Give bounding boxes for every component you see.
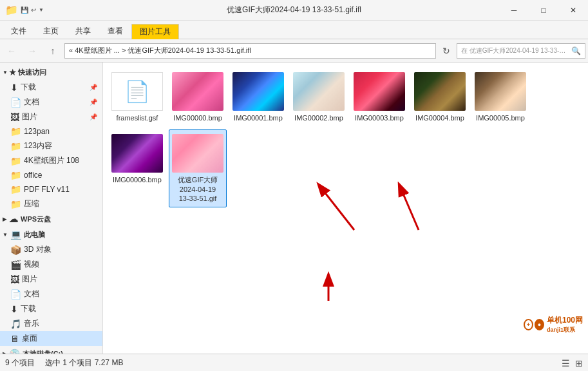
sidebar-section-pc[interactable]: ▼ 💻 此电脑 (0, 227, 102, 242)
status-bar: 9 个项目 选中 1 个项目 7.27 MB ☰ ⊞ (0, 354, 588, 371)
sidebar-item-label: PDF FLY v11 (24, 185, 70, 194)
file-item-gif-output[interactable]: 优速GIF大师2024-04-1913-33-51.gif (169, 129, 227, 207)
docs-icon: 📄 (10, 97, 21, 108)
circle-dot-icon: ● (535, 319, 544, 330)
pc-label: 此电脑 (24, 230, 45, 240)
file-name: IMG00002.bmp (294, 113, 343, 122)
tab-home[interactable]: 主页 (35, 23, 67, 39)
sidebar-item-label: 下载 (21, 303, 36, 314)
search-placeholder: 在 优速GIF大师2024-04-19 13-33-51.gif.ifl 中搜索 (461, 46, 569, 55)
sidebar-item-doc[interactable]: 📄 文档 (0, 287, 102, 301)
file-thumbnail (293, 72, 345, 111)
sidebar-item-music[interactable]: 🎵 音乐 (0, 316, 102, 331)
search-box[interactable]: 在 优速GIF大师2024-04-19 13-33-51.gif.ifl 中搜索… (457, 43, 585, 59)
pictures-icon: 🖼 (10, 112, 19, 122)
wps-cloud-icon: ☁ (9, 214, 18, 224)
status-right: ☰ ⊞ (562, 358, 583, 368)
file-name: IMG00004.bmp (415, 113, 464, 122)
file-item-img00005[interactable]: IMG00005.bmp (471, 68, 529, 127)
file-thumbnail (475, 72, 526, 111)
up-button[interactable]: ↑ (44, 42, 62, 60)
sidebar-item-label: 图片 (22, 111, 37, 122)
file-item-img00001[interactable]: IMG00001.bmp (229, 68, 287, 127)
sidebar-item-4k[interactable]: 📁 4K壁纸图片 108 (0, 153, 102, 168)
main-layout: ▼ ★ 快速访问 ⬇ 下载 📌 📄 文档 📌 🖼 图片 📌 📁 123pan 📁… (0, 62, 588, 354)
sidebar-section-wps[interactable]: ▶ ☁ WPS云盘 (0, 211, 102, 227)
music-icon: 🎵 (10, 319, 21, 329)
sidebar-item-123content[interactable]: 📁 123内容 (0, 138, 102, 153)
large-icons-view-button[interactable]: ⊞ (575, 358, 583, 368)
file-item-img00006[interactable]: IMG00006.bmp (108, 129, 166, 207)
close-button[interactable]: ✕ (558, 0, 588, 21)
file-item-img00000[interactable]: IMG00000.bmp (169, 68, 227, 127)
window-icon: 📁 (5, 4, 18, 16)
sidebar-item-label: 123pan (24, 127, 50, 136)
folder-icon: 📁 (10, 184, 21, 195)
file-name: frameslist.gsf (117, 113, 158, 122)
back-button[interactable]: ← (3, 42, 21, 60)
sidebar-item-office[interactable]: 📁 office (0, 168, 102, 182)
minimize-button[interactable]: ─ (499, 0, 529, 21)
sidebar-section-drive[interactable]: ▶ 💿 本地磁盘(C:) (0, 346, 102, 354)
file-name: IMG00006.bmp (113, 175, 162, 184)
maximize-button[interactable]: □ (529, 0, 558, 21)
download-icon: ⬇ (10, 82, 18, 93)
tab-share[interactable]: 共享 (67, 23, 99, 39)
sidebar-item-download[interactable]: ⬇ 下载 📌 (0, 80, 102, 95)
dropdown-icon[interactable]: ▼ (39, 7, 44, 13)
quick-access-label: ★ 快速访问 (9, 68, 46, 77)
sidebar-item-3d[interactable]: 📦 3D 对象 (0, 242, 102, 257)
tab-view[interactable]: 查看 (99, 23, 131, 39)
forward-button[interactable]: → (23, 42, 41, 60)
wps-cloud-label: WPS云盘 (21, 214, 51, 224)
sidebar-section-quick-access[interactable]: ▼ ★ 快速访问 (0, 65, 102, 80)
sidebar-item-pic[interactable]: 🖼 图片 (0, 272, 102, 287)
tab-file[interactable]: 文件 (3, 23, 35, 39)
file-thumbnail (111, 134, 163, 173)
sidebar-item-123pan[interactable]: 📁 123pan (0, 124, 102, 138)
wps-arrow: ▶ (3, 216, 6, 222)
file-thumbnail (354, 72, 405, 111)
file-name: IMG00000.bmp (173, 113, 222, 122)
search-icon[interactable]: 🔍 (571, 46, 581, 55)
file-thumbnail: 📄 (111, 72, 163, 111)
file-item-img00003[interactable]: IMG00003.bmp (350, 68, 408, 127)
sidebar-item-dl[interactable]: ⬇ 下载 (0, 301, 102, 316)
refresh-button[interactable]: ↻ (439, 43, 454, 59)
sidebar-item-compress[interactable]: 📁 压缩 (0, 196, 102, 211)
quick-access-arrow: ▼ (3, 70, 8, 75)
quick-access-icon[interactable]: 💾 (21, 6, 28, 14)
file-name: IMG00001.bmp (234, 113, 283, 122)
pic-icon: 🖼 (10, 274, 19, 285)
selected-info: 选中 1 个项目 7.27 MB (45, 357, 123, 368)
3d-icon: 📦 (10, 245, 21, 255)
file-name: IMG00003.bmp (355, 113, 404, 122)
sidebar-item-label: 桌面 (22, 333, 37, 344)
sidebar-item-docs[interactable]: 📄 文档 📌 (0, 95, 102, 109)
file-item-frameslist[interactable]: 📄 frameslist.gsf (108, 68, 166, 127)
file-item-img00002[interactable]: IMG00002.bmp (290, 68, 348, 127)
folder-icon: 📁 (10, 156, 21, 166)
sidebar-item-video[interactable]: 🎬 视频 (0, 257, 102, 272)
pc-arrow: ▼ (3, 232, 8, 238)
doc-icon: 📄 (10, 289, 21, 300)
watermark-text: 单机100网 (547, 315, 583, 326)
address-path[interactable]: « 4K壁纸图片 ... > 优速GIF大师2024-04-19 13-33-5… (64, 43, 436, 59)
sidebar-item-pictures[interactable]: 🖼 图片 📌 (0, 109, 102, 124)
sidebar-item-label: 文档 (24, 97, 39, 108)
file-thumbnail (414, 72, 466, 111)
details-view-button[interactable]: ☰ (562, 358, 570, 368)
sidebar-item-label: office (24, 171, 42, 180)
file-item-img00004[interactable]: IMG00004.bmp (411, 68, 469, 127)
drive-icon: 💿 (9, 348, 20, 354)
sidebar-item-desktop[interactable]: 🖥 桌面 (0, 331, 102, 346)
tab-picture-tools[interactable]: 图片工具 (131, 24, 179, 39)
file-name: IMG00005.bmp (476, 113, 525, 122)
folder-icon: 📁 (10, 126, 21, 137)
undo-icon[interactable]: ↩ (31, 6, 36, 14)
file-thumbnail (172, 72, 223, 111)
sidebar-item-pdffly[interactable]: 📁 PDF FLY v11 (0, 182, 102, 196)
sidebar-item-label: 文档 (24, 289, 39, 300)
desktop-icon: 🖥 (10, 334, 19, 344)
address-bar: ← → ↑ « 4K壁纸图片 ... > 优速GIF大师2024-04-19 1… (0, 39, 588, 62)
